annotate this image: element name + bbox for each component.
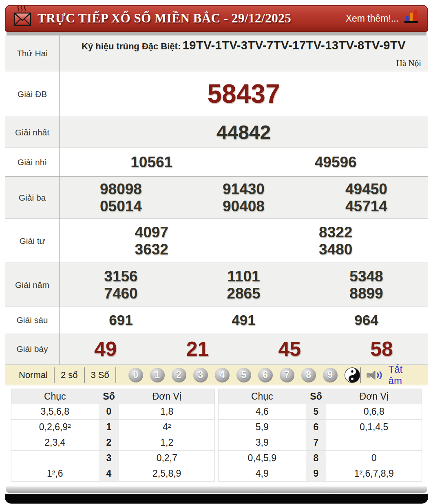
prize-row: Giải ba980989143049450050149040845714: [5, 177, 428, 219]
mute-button[interactable]: Tắt âm: [389, 364, 416, 387]
prize-number: 58: [336, 338, 428, 360]
loto-header-cell: Số: [99, 389, 119, 404]
yin-yang-icon[interactable]: [345, 367, 360, 383]
prize-number: 58437: [60, 80, 428, 109]
province-label: Hà Nội: [396, 58, 421, 69]
special-sign-codes: 19TV-1TV-3TV-7TV-17TV-13TV-8TV-9TV: [183, 39, 406, 52]
ball-4[interactable]: 4: [215, 368, 230, 382]
divider: [115, 367, 116, 383]
prize-numbers: 1056149596: [60, 148, 428, 176]
loto-digit-cell: 0: [99, 404, 119, 420]
loto-value-cell: 3,9: [219, 435, 306, 451]
loto-table-right: ChụcSốĐơn Vị4,650,6,85,960,1,4,53,970,4,…: [218, 389, 422, 482]
ball-0[interactable]: 0: [128, 368, 143, 382]
prize-number: 3156: [60, 268, 182, 285]
loto-value-cell: 1²,6,7,8,9: [326, 466, 422, 482]
loto-value-cell: 1,8: [119, 404, 215, 420]
loto-row: 30,2,7: [11, 451, 215, 466]
prize-row: Giải tư4097832236323480: [5, 219, 428, 263]
bar-chart-icon[interactable]: [403, 9, 419, 25]
prize-row: Giải nhì1056149596: [5, 148, 428, 177]
prize-number: 7460: [60, 285, 182, 302]
prize-label: Giải nhì: [5, 148, 60, 176]
prize-number-line: 980989143049450: [60, 181, 428, 197]
prize-number: 91430: [182, 181, 305, 197]
prize-row: Giải bảy49214558: [5, 333, 428, 365]
loto-row: 5,960,1,4,5: [219, 420, 422, 435]
ball-8[interactable]: 8: [301, 368, 316, 382]
loto-row: 3,97: [219, 435, 422, 451]
ball-1[interactable]: 1: [150, 368, 165, 382]
prize-number-line: 1056149596: [60, 154, 428, 170]
number-balls: 0123456789: [128, 367, 360, 383]
loto-value-cell: 4²: [119, 420, 215, 435]
results-table: Thứ Hai Ký hiệu trúng Đặc Biệt: 19TV-1TV…: [5, 35, 428, 365]
loto-digit-cell: 8: [306, 451, 326, 466]
prize-number-line: 58437: [60, 80, 428, 109]
ball-6[interactable]: 6: [258, 368, 273, 382]
ball-3[interactable]: 3: [193, 368, 208, 382]
see-more-link[interactable]: Xem thêm!...: [346, 13, 399, 24]
prize-number: 49596: [244, 154, 428, 170]
loto-value-cell: 4,6: [219, 404, 306, 420]
loto-header-cell: Chục: [11, 389, 99, 404]
loto-digit-cell: 9: [306, 466, 326, 482]
prize-label: Giải năm: [5, 263, 60, 307]
prize-numbers: 58437: [60, 71, 428, 117]
prize-number: 2865: [182, 285, 305, 302]
loto-digit-cell: 1: [99, 420, 119, 435]
prize-number: 3480: [244, 241, 428, 258]
prize-number-line: 36323480: [60, 241, 428, 258]
prize-number: 8899: [305, 285, 428, 302]
prize-number-line: 691491964: [60, 312, 428, 328]
prize-number: 90408: [182, 198, 305, 214]
mode-button-2[interactable]: 3 Số: [85, 370, 115, 380]
loto-value-cell: 5,9: [219, 420, 306, 435]
divider: [360, 367, 361, 383]
prize-number: 49450: [305, 181, 428, 197]
loto-value-cell: 2,3,4: [11, 435, 99, 451]
loto-value-cell: 4,9: [219, 466, 306, 482]
prize-number-line: 050149040845714: [60, 198, 428, 214]
prize-number: 49: [60, 338, 152, 360]
loto-header-cell: Đơn Vị: [326, 389, 422, 404]
prize-number: 1101: [182, 268, 305, 285]
prize-number: 44842: [60, 122, 428, 144]
ball-5[interactable]: 5: [236, 368, 251, 382]
mode-button-0[interactable]: Normal: [13, 370, 54, 380]
prize-number-line: 746028658899: [60, 285, 428, 302]
ball-2[interactable]: 2: [172, 368, 186, 382]
loto-row: 3,5,6,801,8: [11, 404, 215, 420]
loto-value-cell: 0,2,7: [119, 451, 215, 466]
prize-number: 05014: [60, 198, 182, 214]
loto-digit-cell: 4: [99, 466, 119, 482]
prize-number: 21: [152, 338, 244, 360]
mode-button-1[interactable]: 2 số: [55, 370, 84, 380]
prize-number: 10561: [60, 154, 244, 170]
loto-value-cell: 0: [326, 451, 422, 466]
ball-9[interactable]: 9: [323, 368, 338, 382]
sound-controls-bar: Normal2 số3 Số 0123456789 Tắt âm: [5, 365, 428, 385]
loto-digit-cell: 6: [306, 420, 326, 435]
loto-digit-cell: 2: [99, 435, 119, 451]
lottery-widget: TRỰC TIẾP XỔ SỐ MIỀN BẮC - 29/12/2025 Xe…: [5, 5, 428, 504]
loto-header-cell: Chục: [219, 389, 306, 404]
prize-row: Giải năm315611015348746028658899: [5, 263, 428, 307]
prize-number-line: 315611015348: [60, 268, 428, 285]
ball-7[interactable]: 7: [280, 368, 294, 382]
loto-row: 4,650,6,8: [219, 404, 422, 420]
loto-row: 4,991²,6,7,8,9: [219, 466, 422, 482]
loto-row: 0,4,5,980: [219, 451, 422, 466]
prize-number: 45: [244, 338, 336, 360]
content-frame: Thứ Hai Ký hiệu trúng Đặc Biệt: 19TV-1TV…: [5, 35, 428, 486]
loto-row: 1²,642,5,8,9: [11, 466, 215, 482]
speaker-icon[interactable]: [367, 369, 383, 382]
header-bar: TRỰC TIẾP XỔ SỐ MIỀN BẮC - 29/12/2025 Xe…: [5, 5, 428, 32]
prize-numbers: 315611015348746028658899: [60, 263, 428, 307]
prize-number: 964: [305, 312, 428, 328]
loto-value-cell: [11, 451, 99, 466]
footer-black-bar: [5, 494, 428, 504]
special-sign-line: Ký hiệu trúng Đặc Biệt: 19TV-1TV-3TV-7TV…: [66, 39, 421, 52]
loto-value-cell: 1,2: [119, 435, 215, 451]
prize-numbers: 44842: [60, 117, 428, 148]
